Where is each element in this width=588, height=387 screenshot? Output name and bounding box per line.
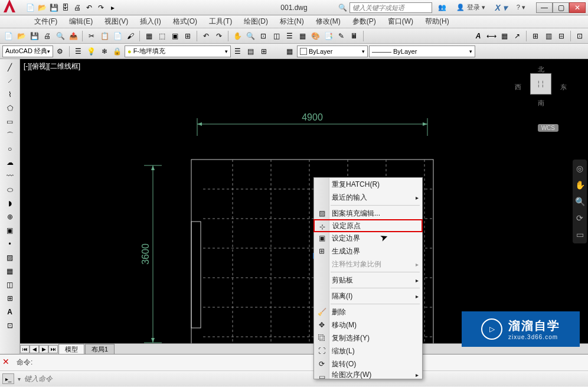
tool-table-icon[interactable]: ⊞ — [4, 292, 17, 304]
exchange-icon[interactable]: X ▾ — [492, 2, 511, 14]
tool-tool1-icon[interactable]: ⬚ — [156, 30, 168, 42]
ctx-move[interactable]: ✥移动(M) — [314, 318, 422, 331]
ctx-erase[interactable]: 🧹删除 — [314, 305, 422, 318]
command-close-icon[interactable]: ✕ — [2, 357, 12, 366]
qat-open-icon[interactable]: 📂 — [37, 2, 47, 13]
tool-open-icon[interactable]: 📂 — [15, 30, 27, 42]
linetype-dropdown[interactable]: ——— ByLayer ▾ — [369, 45, 475, 57]
qat-saveas-icon[interactable]: 🗄 — [60, 2, 71, 13]
layer-dropdown[interactable]: ● F-地坪填充 ▾ — [125, 45, 231, 57]
ctx-hatch-edit[interactable]: ▨图案填充编辑... — [314, 207, 422, 220]
menu-draw[interactable]: 绘图(D) — [238, 15, 274, 28]
tool-ws-icon[interactable]: ⚙ — [54, 45, 66, 57]
tool-textstyle-icon[interactable]: A — [472, 30, 484, 42]
tool-polygon-icon[interactable]: ⬠ — [4, 102, 17, 114]
menu-file[interactable]: 文件(F) — [28, 15, 63, 28]
viewport-label[interactable]: [-][俯视][二维线框] — [24, 61, 80, 71]
maximize-button[interactable]: ▢ — [553, 2, 569, 13]
tool-hatch-icon[interactable]: ▨ — [4, 252, 17, 264]
ctx-isolate[interactable]: 隔离(I)▸ — [314, 290, 422, 303]
tool-ext3-icon[interactable]: ⊟ — [556, 30, 567, 42]
tool-revcloud-icon[interactable]: ☁ — [4, 157, 17, 168]
menu-help[interactable]: 帮助(H) — [419, 15, 455, 28]
tool-designcenter-icon[interactable]: ▦ — [296, 30, 308, 42]
nav-showmotion-icon[interactable]: ▭ — [574, 229, 585, 240]
color-picker-icon[interactable]: ▦ — [284, 45, 296, 57]
tool-ext2-icon[interactable]: ▥ — [543, 30, 554, 42]
tool-publish-icon[interactable]: 📤 — [67, 30, 79, 42]
tab-prev-icon[interactable]: ◀ — [30, 345, 39, 353]
tool-save-icon[interactable]: 💾 — [28, 30, 40, 42]
wcs-badge[interactable]: WCS — [538, 124, 558, 132]
viewcube-face[interactable]: ╎╎ — [530, 73, 551, 95]
menu-tools[interactable]: 工具(T) — [203, 15, 238, 28]
viewcube[interactable]: 北 西 东 ╎╎ 南 — [517, 65, 564, 118]
nav-zoom-icon[interactable]: 🔍 — [574, 196, 585, 207]
tool-block-icon[interactable]: ▣ — [4, 225, 17, 236]
close-button[interactable]: ✕ — [569, 2, 586, 13]
tool-ellipsearc-icon[interactable]: ◗ — [4, 197, 17, 209]
layer-tool2-icon[interactable]: ▤ — [245, 45, 257, 57]
menu-view[interactable]: 视图(V) — [99, 15, 134, 28]
ctx-scale[interactable]: ⛶缩放(L) — [314, 344, 422, 357]
tool-addsel-icon[interactable]: ⊡ — [4, 320, 17, 331]
qat-print-icon[interactable]: 🖨 — [72, 2, 83, 13]
color-dropdown[interactable]: ByLayer ▾ — [297, 45, 368, 57]
layer-lock-icon[interactable]: 🔒 — [112, 45, 123, 57]
tab-first-icon[interactable]: ⏮ — [20, 345, 30, 353]
viewcube-east[interactable]: 东 — [560, 83, 567, 92]
tool-spline-icon[interactable]: 〰 — [4, 170, 17, 182]
help-icon[interactable]: ? ▾ — [513, 2, 529, 12]
tool-gradient-icon[interactable]: ▦ — [4, 265, 17, 277]
tool-xline-icon[interactable]: ⟋ — [4, 75, 17, 87]
workspace-dropdown[interactable]: AutoCAD 经典 ▾ — [2, 45, 53, 57]
tool-arc-icon[interactable]: ⌒ — [4, 129, 17, 141]
tool-mtext-icon[interactable]: A — [4, 306, 17, 318]
tool-cut-icon[interactable]: ✂ — [86, 30, 97, 42]
minimize-button[interactable]: — — [536, 2, 553, 13]
tool-properties-icon[interactable]: ☰ — [283, 30, 295, 42]
tool-ext4-icon[interactable]: ⊡ — [574, 30, 586, 42]
tool-ext1-icon[interactable]: ⊞ — [530, 30, 541, 42]
tool-copy-icon[interactable]: 📋 — [99, 30, 110, 42]
tab-layout1[interactable]: 布局1 — [85, 344, 115, 355]
menu-modify[interactable]: 修改(M) — [310, 15, 347, 28]
tool-line-icon[interactable]: ╱ — [4, 61, 17, 73]
ctx-clipboard[interactable]: 剪贴板▸ — [314, 274, 422, 287]
drawing-canvas[interactable]: [-][俯视][二维线框] 4900 3600 — [20, 59, 588, 354]
viewcube-west[interactable]: 西 — [515, 83, 521, 92]
ctx-set-boundary[interactable]: ▣设定边界 — [314, 232, 422, 245]
tool-mleader-icon[interactable]: ↗ — [511, 30, 523, 42]
tool-paste-icon[interactable]: 📄 — [112, 30, 123, 42]
tool-markup-icon[interactable]: ✎ — [335, 30, 347, 42]
tool-sheet-icon[interactable]: 📑 — [322, 30, 334, 42]
tool-tool4-icon[interactable]: ⊡ — [257, 30, 269, 42]
tool-redo-icon[interactable]: ↷ — [213, 30, 225, 42]
ctx-draw-order[interactable]: ▭绘图次序(W)▸ — [314, 370, 422, 379]
layer-tool3-icon[interactable]: ⊞ — [258, 45, 270, 57]
layer-tool1-icon[interactable]: ☰ — [232, 45, 244, 57]
menu-dimension[interactable]: 标注(N) — [274, 15, 310, 28]
tool-point-icon[interactable]: • — [4, 238, 17, 250]
command-input[interactable] — [24, 375, 586, 383]
tab-last-icon[interactable]: ⏭ — [48, 345, 58, 353]
menu-parametric[interactable]: 参数(P) — [347, 15, 382, 28]
tool-zoom-icon[interactable]: 🔍 — [244, 30, 256, 42]
tool-tool2-icon[interactable]: ▣ — [169, 30, 181, 42]
qat-save-icon[interactable]: 💾 — [48, 2, 59, 13]
ctx-gen-boundary[interactable]: ⊞生成边界 — [314, 245, 422, 258]
tab-model[interactable]: 模型 — [58, 344, 84, 355]
tool-new-icon[interactable]: 📄 — [2, 30, 14, 42]
tool-block-icon[interactable]: ▦ — [143, 30, 155, 42]
tool-tool3-icon[interactable]: ⊞ — [182, 30, 194, 42]
ctx-set-origin[interactable]: ⊹设定原点 — [313, 219, 423, 232]
qat-more-icon[interactable]: ▸ — [107, 2, 118, 13]
login-button[interactable]: 👤 登录 ▾ — [452, 1, 489, 14]
qat-undo-icon[interactable]: ↶ — [84, 2, 94, 13]
help-search-input[interactable] — [349, 2, 432, 13]
tool-match-icon[interactable]: 🖌 — [125, 30, 136, 42]
layer-manager-icon[interactable]: ☰ — [73, 45, 84, 57]
tool-insert-icon[interactable]: ⊕ — [4, 211, 17, 223]
viewcube-north[interactable]: 北 — [538, 65, 544, 74]
menu-edit[interactable]: 编辑(E) — [63, 15, 99, 28]
